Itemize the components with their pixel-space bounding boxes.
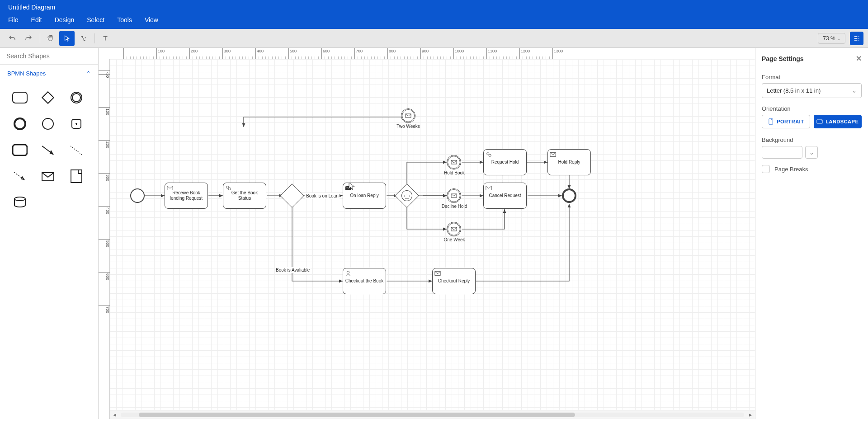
pointer-tool-button[interactable] [59,31,75,46]
format-dropdown[interactable]: Letter (8.5 in x 11 in) ⌄ [762,83,862,98]
palette-task-icon[interactable] [11,89,29,107]
separator [94,33,95,43]
svg-point-5 [42,118,53,129]
format-value: Letter (8.5 in x 11 in) [767,87,821,94]
palette-start-event-icon[interactable] [39,115,57,133]
node-request-hold-task[interactable]: Request Hold [483,149,527,175]
node-checkout-task[interactable]: Checkout the Book [343,268,386,294]
menu-tools[interactable]: Tools [117,16,132,24]
portrait-page-icon [768,118,774,125]
portrait-button[interactable]: PORTRAIT [762,115,810,128]
svg-rect-26 [817,120,823,123]
portrait-label: PORTRAIT [777,119,804,124]
node-service-task[interactable]: Get the Book Status [223,183,266,209]
palette-association-icon[interactable] [67,141,85,159]
svg-rect-0 [13,92,27,103]
background-color-picker-button[interactable]: ⌄ [805,146,818,159]
scroll-right-icon[interactable]: ▸ [746,410,755,419]
undo-button[interactable] [5,31,20,46]
landscape-label: LANDSCAPE [826,119,859,124]
envelope-filled-icon [345,185,351,191]
edge-label: Book is Avaliable [275,267,311,273]
palette-end-event-icon[interactable] [11,115,29,133]
node-event-based-gateway[interactable] [395,183,419,208]
envelope-icon [405,112,412,119]
menubar: File Edit Design Select Tools View [0,14,868,29]
document-title[interactable]: Untitled Diagram [0,0,868,14]
close-icon[interactable]: ✕ [856,54,862,63]
canvas[interactable]: 1002003004005006007008009001000110012001… [99,48,755,419]
node-label: Checkout the Book [345,278,384,284]
format-label: Format [762,74,862,80]
app-header: Untitled Diagram File Edit Design Select… [0,0,868,29]
node-checkout-reply-task[interactable]: Checkout Reply [432,268,476,294]
node-cancel-task[interactable]: Cancel Request [483,183,527,209]
text-tool-button[interactable] [98,31,113,46]
menu-select[interactable]: Select [87,16,104,24]
palette-datasource-icon[interactable] [67,167,85,185]
page-breaks-label: Page Breaks [774,166,808,173]
page-breaks-checkbox[interactable] [762,165,770,173]
svg-point-13 [228,188,231,190]
node-send-task[interactable]: On loan Reply [343,183,386,209]
palette-sequence-flow-icon[interactable] [39,141,57,159]
ruler-vertical: -100100200300400500600700 [99,59,110,419]
node-hold-reply-task[interactable]: Hold Reply [547,149,591,175]
menu-view[interactable]: View [145,16,158,24]
diagram-grid[interactable]: Receive Book lending Request Get the Boo… [110,59,755,410]
redo-button[interactable] [21,31,36,46]
node-label: Request Hold [491,160,519,165]
edge-label: Book is on Loan [305,193,340,199]
landscape-button[interactable]: LANDSCAPE [814,115,862,128]
event-label: Decline Hold [441,204,468,209]
svg-point-3 [72,94,80,102]
gear-icon [225,185,231,191]
menu-file[interactable]: File [8,16,19,24]
horizontal-scrollbar[interactable]: ◂ ▸ [110,410,755,419]
node-intermediate-event-hold-book[interactable] [447,155,461,169]
search-input[interactable] [0,48,98,65]
separator [40,33,40,43]
node-end-event[interactable] [562,188,576,203]
shape-category-header[interactable]: BPMN Shapes ⌃ [0,65,98,82]
palette-gateway-icon[interactable] [39,89,57,107]
envelope-icon [450,159,458,166]
panel-title: Page Settings [762,55,804,62]
scroll-thumb[interactable] [139,413,575,417]
chevron-down-icon: ⌄ [809,149,814,156]
chevron-up-icon: ⌃ [86,70,91,77]
shapes-panel: BPMN Shapes ⌃ [0,48,99,419]
node-intermediate-event-decline-hold[interactable] [447,188,461,203]
pan-tool-button[interactable] [43,31,58,46]
envelope-icon [486,185,492,191]
node-label: Get the Book Status [225,190,264,202]
toolbar: 73 % ⌄ [0,29,868,48]
zoom-value: 73 % [823,35,835,42]
node-label: Receive Book lending Request [167,190,206,202]
user-icon [345,270,351,277]
settings-toggle-button[interactable] [850,32,863,45]
scroll-left-icon[interactable]: ◂ [110,410,119,419]
background-color-swatch[interactable] [762,146,802,159]
svg-rect-9 [71,170,82,183]
palette-data-object-icon[interactable] [67,115,85,133]
zoom-dropdown[interactable]: 73 % ⌄ [818,33,845,44]
menu-edit[interactable]: Edit [31,16,42,24]
node-start-event[interactable] [130,188,145,203]
event-label: Two Weeks [395,124,422,129]
node-receive-task[interactable]: Receive Book lending Request [165,183,208,209]
node-intermediate-event-one-week[interactable] [447,222,461,236]
scroll-track[interactable] [121,413,744,417]
palette-intermediate-event-icon[interactable] [67,89,85,107]
palette-data-store-icon[interactable] [11,193,29,212]
palette-message-icon[interactable] [39,167,57,185]
connector-tool-button[interactable] [75,31,91,46]
node-exclusive-gateway[interactable] [280,183,304,208]
svg-point-20 [489,154,491,156]
palette-message-flow-icon[interactable] [11,167,29,185]
palette-expanded-subprocess-icon[interactable] [11,141,29,159]
menu-design[interactable]: Design [55,16,75,24]
svg-rect-7 [13,145,27,155]
envelope-icon [434,270,441,277]
node-intermediate-event-two-weeks[interactable] [401,108,415,123]
